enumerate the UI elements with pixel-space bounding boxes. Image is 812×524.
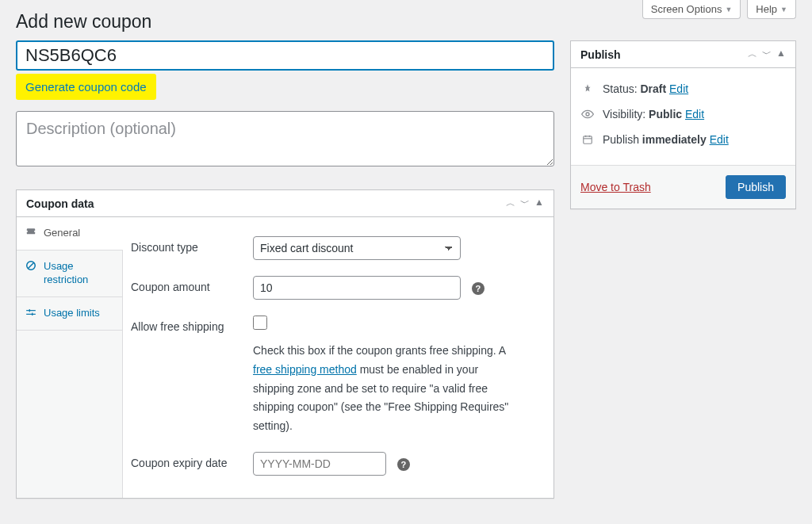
- help-button[interactable]: Help ▼: [747, 0, 796, 19]
- svg-line-1: [29, 262, 34, 268]
- coupon-expiry-label: Coupon expiry date: [128, 452, 253, 469]
- tab-usage-limits[interactable]: Usage limits: [17, 297, 122, 331]
- free-shipping-description: Check this box if the coupon grants free…: [253, 342, 523, 436]
- publish-heading: Publish: [580, 48, 621, 61]
- coupon-amount-input[interactable]: [253, 276, 461, 300]
- panel-up-icon[interactable]: ︿: [506, 197, 515, 210]
- eye-icon: [580, 108, 595, 120]
- edit-publish-time-link[interactable]: Edit: [710, 133, 729, 146]
- panel-up-icon[interactable]: ︿: [748, 48, 757, 61]
- coupon-data-heading: Coupon data: [26, 197, 94, 210]
- tab-usage-restriction-label: Usage restriction: [44, 260, 114, 287]
- status-value: Draft: [640, 82, 666, 95]
- status-row: Status: Draft Edit: [580, 76, 786, 101]
- tab-usage-limits-label: Usage limits: [44, 307, 100, 320]
- panel-toggle-icon[interactable]: ▲: [776, 48, 786, 61]
- generate-coupon-code-link[interactable]: Generate coupon code: [25, 80, 147, 94]
- panel-down-icon[interactable]: ﹀: [762, 48, 772, 61]
- coupon-data-tabs: General Usage restriction Usage limits: [17, 217, 123, 498]
- coupon-data-panel: Coupon data ︿ ﹀ ▲ General: [16, 189, 554, 499]
- calendar-icon: [580, 134, 595, 145]
- coupon-code-input[interactable]: [16, 40, 554, 71]
- svg-rect-7: [584, 136, 592, 143]
- help-label: Help: [756, 3, 777, 15]
- discount-type-label: Discount type: [128, 236, 253, 254]
- tab-general-label: General: [44, 227, 80, 240]
- screen-options-label: Screen Options: [651, 3, 722, 15]
- coupon-amount-label: Coupon amount: [128, 276, 253, 293]
- coupon-expiry-input[interactable]: [253, 452, 386, 476]
- no-entry-icon: [25, 260, 37, 271]
- edit-visibility-link[interactable]: Edit: [685, 108, 704, 120]
- free-shipping-checkbox[interactable]: [253, 316, 267, 330]
- tab-general[interactable]: General: [17, 217, 122, 251]
- publish-panel: Publish ︿ ﹀ ▲ Status: Draft Edit: [570, 40, 796, 209]
- discount-type-select[interactable]: Fixed cart discount: [253, 236, 461, 260]
- help-icon[interactable]: ?: [397, 458, 410, 471]
- panel-down-icon[interactable]: ﹀: [520, 197, 530, 210]
- pin-icon: [580, 83, 595, 94]
- visibility-row: Visibility: Public Edit: [580, 101, 786, 127]
- ticket-icon: [25, 227, 37, 238]
- caret-down-icon: ▼: [780, 6, 787, 13]
- tab-usage-restriction[interactable]: Usage restriction: [17, 251, 122, 297]
- svg-point-6: [586, 113, 589, 116]
- publish-button[interactable]: Publish: [726, 175, 786, 199]
- edit-status-link[interactable]: Edit: [669, 82, 688, 95]
- sliders-icon: [25, 307, 37, 318]
- generate-code-highlight: Generate coupon code: [16, 74, 156, 100]
- free-shipping-label: Allow free shipping: [128, 316, 253, 333]
- free-shipping-method-link[interactable]: free shipping method: [253, 363, 357, 376]
- screen-options-button[interactable]: Screen Options ▼: [642, 0, 741, 19]
- visibility-value: Public: [649, 108, 682, 120]
- publish-time-row: Publish immediately Edit: [580, 127, 786, 152]
- publish-time-value: immediately: [642, 133, 707, 146]
- caret-down-icon: ▼: [725, 6, 732, 13]
- help-icon[interactable]: ?: [472, 282, 485, 295]
- description-textarea[interactable]: [16, 111, 554, 166]
- move-to-trash-link[interactable]: Move to Trash: [580, 181, 651, 193]
- panel-toggle-icon[interactable]: ▲: [534, 197, 544, 210]
